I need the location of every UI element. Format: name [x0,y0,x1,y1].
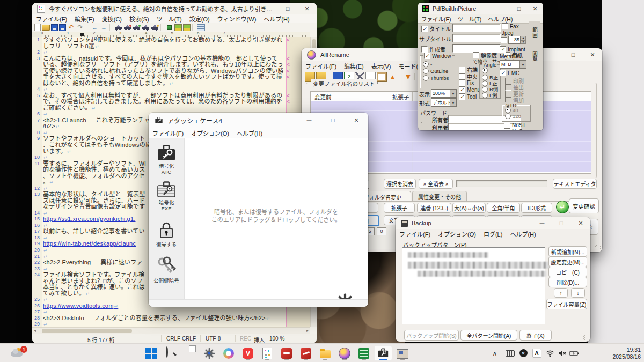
red-app-1-button[interactable] [277,345,296,361]
execute-rename-icon[interactable]: ↵ [556,201,569,213]
title-checkbox[interactable]: タイトル [421,25,451,33]
undo-icon[interactable] [67,24,75,31]
backup-titlebar[interactable]: Backup [396,217,590,229]
angle-radio-dash[interactable]: - [482,68,491,73]
display-dropdown[interactable]: 100%▼ [431,89,457,98]
menu-item-backup-0[interactable]: ファイル(F) [396,230,434,238]
maximize-icon[interactable] [511,3,527,14]
clear-selected-button[interactable]: 選択を消去 [384,179,416,189]
view-side-button[interactable]: 閲覧 [529,45,540,67]
menu-item-pdf-1[interactable]: ツール(T) [454,15,485,23]
vivaldi-browser-button[interactable]: V [239,345,257,361]
resize-grip[interactable] [595,245,601,250]
tray-app-x-icon[interactable]: ✕ [517,344,530,362]
outline-view-icon[interactable] [174,24,182,31]
search-button[interactable] [162,345,180,361]
emc-checkbox[interactable]: EMC [500,70,519,76]
backup-bottom-button-1[interactable]: 全パターン開始(A) [460,330,517,341]
menu-item-editor-2[interactable]: 変換(C) [98,14,126,23]
grep-icon[interactable] [151,24,159,31]
sidebar-item-encrypt-exe[interactable]: 暗号化EXE [149,180,184,211]
op-button-8.3形式[interactable]: 8.3形式 [521,203,552,213]
window-radio-thumbs[interactable]: Thumbs [423,75,449,81]
settings-button[interactable] [200,345,218,361]
menu-item-backup-2[interactable]: ログ(L) [480,230,506,238]
start-button[interactable] [142,345,160,361]
str-radio-40[interactable]: 40 [505,107,518,113]
menu-item-pdf-2[interactable]: ヘルプ(H) [485,15,516,23]
minimize-icon[interactable] [259,3,278,14]
author-checkbox[interactable]: 作成者 [421,45,445,53]
weather-widget[interactable]: 1 [8,346,29,360]
op-button-全角/半角[interactable]: 全角/半角 [487,203,520,213]
red-app-2-button[interactable] [297,345,315,361]
attachecase-taskbar-button[interactable] [374,345,392,361]
backup-pattern-entry-redacted[interactable] [408,262,569,269]
op-button-大(A)⇔小(a)[interactable]: 大(A)⇔小(a) [452,203,486,213]
minimize-icon[interactable] [544,48,564,61]
column-before[interactable]: 変更前 [314,93,332,101]
menu-item-editor-4[interactable]: ツール(T) [153,14,186,23]
tool-checkbox[interactable]: Tool [459,93,477,100]
numeric-field-2[interactable]: 0 [377,227,386,235]
jpeg-quality-spinner[interactable]: 85▲▼ [508,36,526,44]
attachecase-titlebar[interactable]: アタッシェケース4 [149,113,368,128]
sidebar-item-encrypt-atc[interactable]: 暗号化ATC [149,144,184,175]
resize-grip[interactable] [583,335,589,340]
wifi-icon[interactable] [544,344,556,362]
close-icon[interactable] [345,113,368,128]
backup-pattern-entry-redacted[interactable] [418,271,546,277]
title-input[interactable] [452,24,501,32]
window-radio-dash[interactable]: - [423,61,432,67]
search-icon[interactable] [114,24,122,31]
editor-titlebar[interactable]: 今すぐパソコンを超便利に使える、絶対の自信を持ってお勧めする、太古より引き継がれ… [32,3,317,14]
volume-muted-icon[interactable] [556,344,568,362]
menu-item-attachecase-2[interactable]: ヘルプ(H) [233,129,266,137]
move-down-icon[interactable] [404,72,413,81]
text-editor-taskbar-button[interactable] [258,345,276,361]
tab-attribute-other[interactable]: 属性変更・その他 [412,191,467,201]
menu-item-allrename-1[interactable]: 編集(E) [340,62,368,70]
menu-item-attachecase-0[interactable]: ファイル(F) [149,129,187,137]
menu-item-pdf-0[interactable]: ファイル(F) [418,15,454,23]
drag-drop-area[interactable]: 暗号化、または復号するファイル、フォルダを このエリアにドラッグ＆ドロップしてく… [184,138,368,299]
subtitle-input[interactable] [452,34,501,42]
maximize-icon[interactable] [278,3,297,14]
pdf-app-taskbar-button[interactable] [355,345,373,361]
allrename-taskbar-button[interactable] [335,345,354,361]
clock-widget[interactable]: 19:31 2025/08/16 [600,344,643,362]
metafile-dropdown[interactable]: M_B▼ [500,60,526,69]
range-side-button[interactable]: 範囲 [529,21,540,43]
touch-keyboard-icon[interactable] [503,344,516,362]
tray-app-lambda-icon[interactable]: Λ [530,344,543,362]
table-view-icon[interactable] [197,24,205,31]
backup-pattern-entry-redacted[interactable] [408,252,488,258]
sidebar-item-public-key[interactable]: 公開鍵暗号 [149,255,184,284]
hscroll-left-arrow[interactable]: ◂ [34,328,36,333]
hscroll-right-arrow[interactable]: ▸ [306,328,309,333]
task-view-button[interactable] [181,345,199,361]
menu-item-editor-5[interactable]: 設定(O) [186,14,214,23]
copilot-button[interactable] [219,345,238,361]
hscroll-thumb[interactable] [42,329,132,333]
menu-checkbox[interactable]: Menu [459,86,480,93]
menu-item-backup-3[interactable]: ヘルプ(H) [506,230,539,238]
pdf-titlebar[interactable]: PdfBuiltInPicture [418,3,543,14]
backup-bottom-button-2[interactable]: 終了(X) [519,330,552,341]
clear-all-button[interactable]: × 全消去 × [419,179,453,189]
menu-item-editor-1[interactable]: 編集(E) [71,14,98,23]
battery-icon[interactable] [568,344,581,362]
save-all-icon[interactable] [59,24,66,31]
text-editor-button[interactable]: テキストエディタ [553,179,597,189]
jump-forward-icon[interactable] [100,24,108,31]
menu-item-allrename-0[interactable]: ファイル(F) [302,62,340,70]
menu-item-editor-0[interactable]: ファイル(F) [32,14,71,23]
search-next-icon[interactable] [142,24,150,31]
sidebar-item-decrypt[interactable]: 復号する [149,220,184,247]
file-explorer-button[interactable] [316,345,334,361]
backup-side-button-1[interactable]: 設定変更(M)... [548,256,587,267]
search-replace-icon[interactable] [123,24,131,31]
minimize-icon[interactable] [495,3,511,14]
fix-checkbox[interactable]: Fix [459,79,474,86]
column-extension[interactable]: 拡張子 [392,93,409,101]
